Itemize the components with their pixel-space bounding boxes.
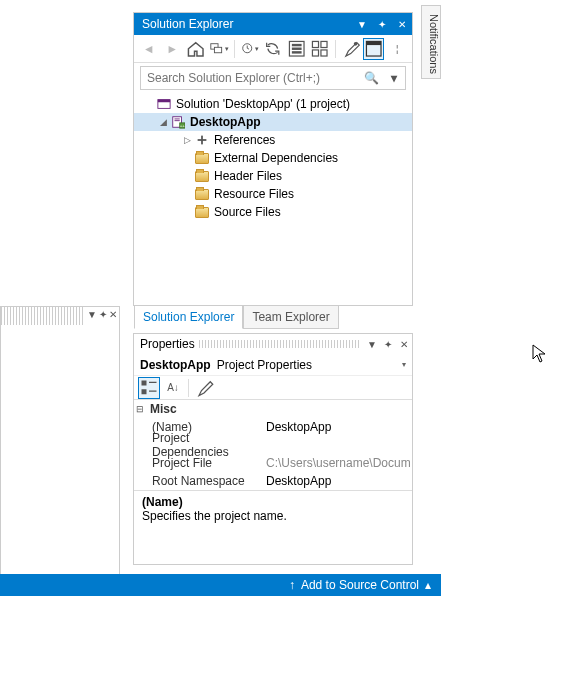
notifications-tab[interactable]: Notifications [421, 5, 441, 79]
pin-icon[interactable]: ✦ [372, 13, 392, 35]
scope-icon[interactable]: ▾ [208, 38, 229, 60]
up-arrow-icon: ↑ [289, 578, 295, 592]
source-control-button[interactable]: Add to Source Control [301, 578, 419, 592]
panel-title: Properties [140, 337, 195, 351]
tab-team-explorer[interactable]: Team Explorer [243, 305, 338, 329]
back-icon[interactable]: ◄ [138, 38, 159, 60]
solution-explorer-titlebar[interactable]: Solution Explorer ▼ ✦ ✕ [134, 13, 412, 35]
svg-text:++: ++ [180, 123, 185, 128]
folder-icon [194, 204, 210, 220]
search-options-icon[interactable]: ▾ [383, 71, 405, 85]
folder-icon [194, 168, 210, 184]
forward-icon[interactable]: ► [161, 38, 182, 60]
external-deps-node[interactable]: External Dependencies [134, 149, 412, 167]
prop-key: Root Namespace [134, 474, 266, 488]
svg-rect-24 [142, 389, 147, 394]
svg-rect-7 [313, 41, 319, 47]
dropdown-icon[interactable]: ▼ [364, 339, 380, 350]
solution-tree[interactable]: Solution 'DesktopApp' (1 project) ◢ ++ D… [134, 93, 412, 223]
folder-icon [194, 186, 210, 202]
collapse-icon[interactable]: ⊟ [134, 404, 146, 414]
panel-grip [199, 340, 360, 348]
svg-rect-22 [201, 136, 203, 145]
close-icon[interactable]: ✕ [109, 309, 117, 320]
references-node[interactable]: ▷ References [134, 131, 412, 149]
pin-icon[interactable]: ✦ [99, 309, 107, 320]
categorized-icon[interactable] [138, 377, 160, 399]
tab-solution-explorer[interactable]: Solution Explorer [134, 305, 243, 329]
expander-icon[interactable]: ◢ [156, 117, 170, 127]
left-docked-panel: ▼ ✦ ✕ [0, 306, 120, 578]
desc-body: Specifies the project name. [142, 509, 287, 523]
panel-title: Solution Explorer [142, 17, 233, 31]
solution-node[interactable]: Solution 'DesktopApp' (1 project) [134, 95, 412, 113]
sync-icon[interactable] [262, 38, 283, 60]
svg-rect-25 [149, 381, 157, 382]
search-box[interactable]: 🔍 ▾ [140, 66, 406, 90]
property-pages-icon[interactable] [193, 377, 215, 399]
project-node[interactable]: ◢ ++ DesktopApp [134, 113, 412, 131]
properties-panel: Properties ▼ ✦ ✕ DesktopApp Project Prop… [133, 333, 413, 565]
header-files-node[interactable]: Header Files [134, 167, 412, 185]
expander-icon[interactable]: ▷ [180, 135, 194, 145]
category-label: Misc [146, 402, 177, 416]
preview-icon[interactable] [363, 38, 384, 60]
svg-rect-13 [366, 41, 381, 45]
show-all-icon[interactable] [309, 38, 330, 60]
pin-icon[interactable]: ✦ [380, 339, 396, 350]
references-icon [194, 132, 210, 148]
svg-rect-23 [142, 380, 147, 385]
resource-files-node[interactable]: Resource Files [134, 185, 412, 203]
close-icon[interactable]: ✕ [396, 339, 412, 350]
home-icon[interactable] [185, 38, 206, 60]
prop-key: Project Dependencies [134, 431, 266, 459]
status-bar: ↑ Add to Source Control ▴ [0, 574, 441, 596]
property-row-deps[interactable]: Project Dependencies [134, 436, 412, 454]
property-row-file[interactable]: Project File C:\Users\username\Docum [134, 454, 412, 472]
svg-rect-10 [321, 50, 327, 56]
search-icon[interactable]: 🔍 [360, 71, 382, 85]
prop-value: C:\Users\username\Docum [266, 456, 412, 470]
tree-label: External Dependencies [214, 151, 338, 165]
history-icon[interactable]: ▾ [239, 38, 260, 60]
solution-icon [156, 96, 172, 112]
tree-label: Source Files [214, 205, 281, 219]
svg-rect-6 [292, 51, 302, 53]
window-menu-icon[interactable]: ▼ [352, 13, 372, 35]
mouse-cursor [532, 344, 548, 368]
search-input[interactable] [141, 71, 360, 85]
prop-key: Project File [134, 456, 266, 470]
properties-subject[interactable]: DesktopApp Project Properties ▾ [134, 354, 412, 376]
svg-rect-8 [321, 41, 327, 47]
dropdown-icon[interactable]: ▼ [87, 309, 97, 320]
panel-tabs: Solution Explorer Team Explorer [134, 307, 339, 329]
category-row[interactable]: ⊟ Misc [134, 400, 412, 418]
solution-explorer-panel: Solution Explorer ▼ ✦ ✕ ◄ ► ▾ ▾ [133, 12, 413, 306]
project-label: DesktopApp [190, 115, 261, 129]
svg-rect-9 [313, 50, 319, 56]
overflow-icon[interactable]: ¦ [386, 38, 407, 60]
chevron-down-icon[interactable]: ▾ [402, 360, 406, 369]
collapse-icon[interactable] [286, 38, 307, 60]
tree-label: Resource Files [214, 187, 294, 201]
tree-label: References [214, 133, 275, 147]
source-files-node[interactable]: Source Files [134, 203, 412, 221]
svg-rect-18 [175, 120, 180, 121]
solution-explorer-toolbar: ◄ ► ▾ ▾ ¦ [134, 35, 412, 63]
svg-rect-15 [158, 100, 170, 103]
chevron-up-icon[interactable]: ▴ [425, 578, 431, 592]
properties-grid[interactable]: ⊟ Misc (Name) DesktopApp Project Depende… [134, 400, 412, 490]
svg-rect-1 [215, 48, 222, 53]
tree-label: Header Files [214, 169, 282, 183]
properties-icon[interactable] [340, 38, 361, 60]
solution-label: Solution 'DesktopApp' (1 project) [176, 97, 350, 111]
desc-title: (Name) [142, 495, 404, 509]
project-icon: ++ [170, 114, 186, 130]
prop-value: DesktopApp [266, 420, 412, 434]
alphabetical-icon[interactable]: A↓ [162, 377, 184, 399]
property-row-namespace[interactable]: Root Namespace DesktopApp [134, 472, 412, 490]
svg-point-11 [353, 42, 357, 46]
panel-grip [1, 307, 83, 325]
properties-titlebar[interactable]: Properties ▼ ✦ ✕ [134, 334, 412, 354]
close-icon[interactable]: ✕ [392, 13, 412, 35]
